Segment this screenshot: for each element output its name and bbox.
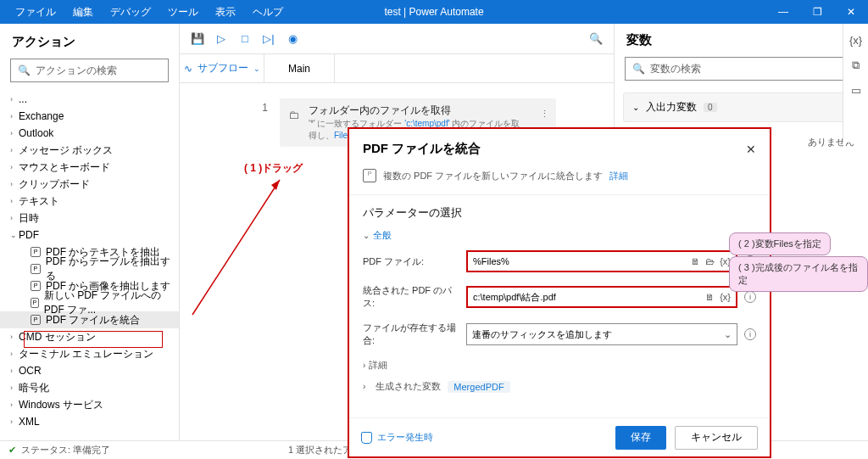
search-placeholder: 変数の検索 bbox=[650, 62, 701, 76]
io-variables-header[interactable]: ⌄ 入出力変数 0 bbox=[623, 92, 860, 122]
tree-group[interactable]: ›Windows サービス bbox=[0, 396, 179, 413]
if-exists-label: ファイルが存在する場合: bbox=[363, 322, 459, 347]
save-button[interactable]: 保存 bbox=[615, 426, 666, 450]
run-icon[interactable]: ▷ bbox=[212, 30, 231, 48]
io-count-badge: 0 bbox=[704, 103, 717, 112]
tree-group[interactable]: ›暗号化 bbox=[0, 379, 179, 396]
window-title: test | Power Automate bbox=[384, 6, 483, 18]
pdf-icon: P bbox=[31, 281, 41, 291]
record-icon[interactable]: ◉ bbox=[283, 30, 302, 48]
cancel-button[interactable]: キャンセル bbox=[675, 426, 758, 450]
menu-tools[interactable]: ツール bbox=[159, 3, 207, 21]
actions-search-input[interactable]: 🔍 アクションの検索 bbox=[10, 59, 169, 82]
shield-icon bbox=[361, 432, 372, 444]
tree-group[interactable]: ›CMD セッション bbox=[0, 328, 179, 345]
tree-group[interactable]: ›ターミナル エミュレーション bbox=[0, 345, 179, 362]
annotation-drag: ( 1 )ドラッグ bbox=[244, 161, 303, 176]
pdf-files-input[interactable]: %Files% 🗎 🗁 {x} bbox=[466, 250, 737, 272]
search-placeholder: アクションの検索 bbox=[36, 64, 117, 78]
merged-path-input[interactable]: c:\temp\pdf\結合.pdf 🗎 {x} bbox=[466, 286, 737, 308]
info-icon[interactable]: i bbox=[744, 291, 756, 303]
status-ok-icon: ✔ bbox=[8, 445, 16, 456]
folder-open-icon[interactable]: 🗁 bbox=[705, 256, 715, 266]
file-icon[interactable]: 🗎 bbox=[705, 292, 715, 302]
tree-group[interactable]: ›XML bbox=[0, 413, 179, 430]
variables-rail-icon[interactable]: {x} bbox=[849, 34, 862, 47]
pdf-icon: P bbox=[31, 247, 41, 257]
flow-icon: ∿ bbox=[184, 63, 192, 75]
svg-line-0 bbox=[192, 180, 280, 315]
actions-pane-title: アクション bbox=[0, 24, 179, 59]
more-icon[interactable]: ⋮ bbox=[540, 109, 549, 120]
params-section-title: パラメーターの選択 bbox=[363, 205, 756, 221]
ui-elements-rail-icon[interactable]: ⧉ bbox=[852, 59, 860, 72]
annotation-arrow bbox=[188, 175, 298, 319]
info-icon[interactable]: i bbox=[744, 328, 756, 340]
annotation-3: ( 3 )完成後のファイル名を指定 bbox=[729, 256, 868, 292]
file-icon[interactable]: 🗎 bbox=[691, 256, 700, 266]
menu-file[interactable]: ファイル bbox=[7, 3, 64, 21]
io-label: 入出力変数 bbox=[646, 100, 697, 115]
pdf-files-label: PDF ファイル: bbox=[363, 255, 459, 268]
detail-section-toggle[interactable]: ›詳細 bbox=[363, 359, 756, 372]
step-title: フォルダー内のファイルを取得 bbox=[309, 104, 527, 118]
on-error-link[interactable]: エラー発生時 bbox=[361, 431, 433, 444]
tree-group[interactable]: ›Exchange bbox=[0, 108, 179, 125]
general-section-toggle[interactable]: ⌄全般 bbox=[363, 229, 756, 242]
pdf-icon: P bbox=[31, 298, 39, 308]
min-icon[interactable]: ― bbox=[766, 6, 800, 18]
search-icon: 🔍 bbox=[18, 64, 31, 76]
tree-group[interactable]: ›クリップボード bbox=[0, 176, 179, 193]
save-icon[interactable]: 💾 bbox=[188, 30, 207, 48]
menu-debug[interactable]: デバッグ bbox=[102, 3, 159, 21]
generated-var-chip[interactable]: MergedPDF bbox=[448, 381, 509, 393]
chevron-down-icon: ⌄ bbox=[253, 64, 260, 73]
chevron-down-icon: ⌄ bbox=[632, 103, 639, 112]
tab-main[interactable]: Main bbox=[264, 54, 335, 82]
if-exists-select[interactable]: 連番のサフィックスを追加します ⌄ bbox=[466, 323, 737, 345]
search-icon[interactable]: 🔍 bbox=[587, 30, 605, 48]
svg-marker-1 bbox=[271, 180, 280, 190]
tree-group[interactable]: ›マウスとキーボード bbox=[0, 159, 179, 176]
step-icon[interactable]: ▷| bbox=[259, 30, 278, 48]
dialog-title: PDF ファイルを統合 bbox=[363, 141, 481, 157]
tree-group[interactable]: ›テキスト bbox=[0, 193, 179, 210]
merge-pdf-dialog: PDF ファイルを統合 ✕ P 複数の PDF ファイルを新しいファイルに統合し… bbox=[348, 127, 771, 458]
stop-icon[interactable]: □ bbox=[236, 30, 254, 48]
dialog-more-link[interactable]: 詳細 bbox=[609, 170, 628, 182]
tree-group[interactable]: ›日時 bbox=[0, 210, 179, 227]
tree-group[interactable]: ›... bbox=[0, 91, 179, 108]
side-rail: {x} ⧉ ▭ bbox=[843, 24, 868, 143]
pdf-icon: P bbox=[363, 169, 376, 182]
close-icon[interactable]: ✕ bbox=[834, 6, 868, 18]
dialog-description: 複数の PDF ファイルを新しいファイルに統合します bbox=[383, 170, 603, 182]
search-icon: 🔍 bbox=[632, 63, 645, 75]
field-value: c:\temp\pdf\結合.pdf bbox=[473, 291, 556, 304]
subflow-dropdown[interactable]: ∿ サブフロー ⌄ bbox=[180, 54, 264, 82]
variable-picker-icon[interactable]: {x} bbox=[720, 292, 731, 302]
field-value: 連番のサフィックスを追加します bbox=[472, 328, 612, 341]
pdf-action[interactable]: PPDF からテーブルを抽出する bbox=[0, 260, 179, 277]
menu-view[interactable]: 表示 bbox=[207, 3, 244, 21]
tree-group[interactable]: ›メッセージ ボックス bbox=[0, 142, 179, 159]
menu-help[interactable]: ヘルプ bbox=[244, 3, 292, 21]
variables-pane-title: 変数 bbox=[626, 32, 652, 48]
pdf-action[interactable]: P新しい PDF ファイルへの PDF ファ... bbox=[0, 294, 179, 311]
line-number: 1 bbox=[193, 98, 268, 114]
tree-group[interactable]: ›OCR bbox=[0, 362, 179, 379]
images-rail-icon[interactable]: ▭ bbox=[851, 84, 861, 97]
menu-edit[interactable]: 編集 bbox=[64, 3, 102, 21]
tree-group-pdf[interactable]: ⌄PDF bbox=[0, 227, 179, 243]
variables-search-input[interactable]: 🔍 変数の検索 bbox=[625, 57, 858, 81]
status-ready: ステータス: 準備完了 bbox=[21, 444, 110, 456]
dialog-close-icon[interactable]: ✕ bbox=[746, 143, 756, 156]
generated-var-label: 生成された変数 bbox=[376, 380, 441, 393]
annotation-2: ( 2 )変数Filesを指定 bbox=[729, 232, 831, 255]
tree-group[interactable]: ›Outlook bbox=[0, 125, 179, 142]
pdf-icon: P bbox=[31, 315, 41, 325]
merged-path-label: 統合された PDF のパス: bbox=[363, 284, 459, 310]
folder-icon: 🗀 bbox=[288, 109, 299, 121]
menu-bar: ファイル 編集 デバッグ ツール 表示 ヘルプ bbox=[0, 3, 292, 21]
field-value: %Files% bbox=[473, 256, 509, 266]
max-icon[interactable]: ❐ bbox=[800, 6, 834, 18]
